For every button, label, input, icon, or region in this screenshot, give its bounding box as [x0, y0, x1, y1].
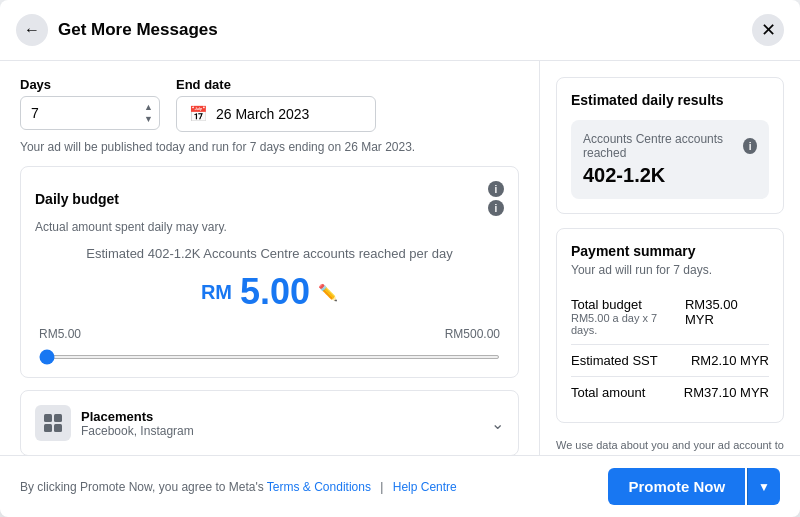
budget-amount: 5.00: [240, 271, 310, 313]
daily-budget-subtitle: Actual amount spent daily may vary.: [35, 220, 504, 234]
estimated-metric-box: Accounts Centre accounts reached i 402-1…: [571, 120, 769, 199]
modal-title: Get More Messages: [58, 20, 752, 40]
days-spinner: ▲ ▼: [141, 102, 156, 125]
slider-min-label: RM5.00: [39, 327, 81, 341]
estimated-results-box: Estimated daily results Accounts Centre …: [556, 77, 784, 214]
disclaimer-text: We use data about you and your ad accoun…: [556, 437, 784, 455]
est-metric-value: 402-1.2K: [583, 164, 757, 187]
ad-note: Your ad will be published today and run …: [20, 140, 519, 154]
total-amount-line: Total amount RM37.10 MYR: [571, 377, 769, 408]
budget-display: RM 5.00 ✏️: [35, 271, 504, 313]
total-budget-line: Total budget RM5.00 a day x 7 days. RM35…: [571, 289, 769, 345]
left-panel: Days ▲ ▼ End date 📅 26 March 2023: [0, 61, 540, 455]
placements-chevron-icon: ⌄: [491, 414, 504, 433]
budget-slider-wrapper: RM5.00 RM500.00: [35, 327, 504, 363]
payment-summary-box: Payment summary Your ad will run for 7 d…: [556, 228, 784, 423]
modal-body: Days ▲ ▼ End date 📅 26 March 2023: [0, 61, 800, 455]
back-icon: ←: [24, 21, 40, 39]
modal-header: ← Get More Messages ✕: [0, 0, 800, 61]
reach-estimate: Estimated 402-1.2K Accounts Centre accou…: [35, 246, 504, 261]
modal-footer: By clicking Promote Now, you agree to Me…: [0, 455, 800, 517]
est-metric-label: Accounts Centre accounts reached: [583, 132, 743, 160]
placements-title: Placements: [81, 409, 194, 424]
dropdown-arrow-icon: ▼: [758, 480, 770, 494]
end-date-label: End date: [176, 77, 376, 92]
footer-text: By clicking Promote Now, you agree to Me…: [20, 480, 457, 494]
est-info-icon[interactable]: i: [743, 138, 757, 154]
est-sst-label: Estimated SST: [571, 353, 658, 368]
back-button[interactable]: ←: [16, 14, 48, 46]
help-centre-link[interactable]: Help Centre: [393, 480, 457, 494]
svg-rect-2: [44, 424, 52, 432]
info-icon-1[interactable]: i: [488, 181, 504, 197]
footer-actions: Promote Now ▼: [608, 468, 780, 505]
payment-summary-subtitle: Your ad will run for 7 days.: [571, 263, 769, 277]
calendar-icon: 📅: [189, 105, 208, 123]
total-budget-sub: RM5.00 a day x 7 days.: [571, 312, 685, 336]
close-button[interactable]: ✕: [752, 14, 784, 46]
days-label: Days: [20, 77, 160, 92]
end-date-value: 26 March 2023: [216, 106, 309, 122]
est-sst-value: RM2.10 MYR: [691, 353, 769, 368]
total-amount-label: Total amount: [571, 385, 645, 400]
edit-budget-icon[interactable]: ✏️: [318, 283, 338, 302]
daily-budget-title: Daily budget: [35, 191, 119, 207]
info-icon-2[interactable]: i: [488, 200, 504, 216]
days-up-button[interactable]: ▲: [141, 102, 156, 113]
close-icon: ✕: [761, 19, 776, 41]
est-sst-line: Estimated SST RM2.10 MYR: [571, 345, 769, 377]
svg-rect-0: [44, 414, 52, 422]
promote-dropdown-button[interactable]: ▼: [747, 468, 780, 505]
budget-currency: RM: [201, 281, 232, 304]
placements-sub: Facebook, Instagram: [81, 424, 194, 438]
total-budget-label: Total budget: [571, 297, 685, 312]
svg-rect-3: [54, 424, 62, 432]
budget-slider[interactable]: [39, 355, 500, 359]
estimated-results-title: Estimated daily results: [571, 92, 769, 108]
promote-now-button[interactable]: Promote Now: [608, 468, 745, 505]
total-budget-value: RM35.00 MYR: [685, 297, 769, 336]
svg-rect-1: [54, 414, 62, 422]
terms-link[interactable]: Terms & Conditions: [267, 480, 371, 494]
modal-container: ← Get More Messages ✕ Days ▲ ▼: [0, 0, 800, 517]
right-panel: Estimated daily results Accounts Centre …: [540, 61, 800, 455]
placements-section[interactable]: Placements Facebook, Instagram ⌄: [20, 390, 519, 455]
daily-budget-section: Daily budget i i Actual amount spent dai…: [20, 166, 519, 378]
slider-max-label: RM500.00: [445, 327, 500, 341]
payment-summary-title: Payment summary: [571, 243, 769, 259]
days-input[interactable]: [20, 96, 160, 130]
days-down-button[interactable]: ▼: [141, 114, 156, 125]
end-date-field[interactable]: 📅 26 March 2023: [176, 96, 376, 132]
total-amount-value: RM37.10 MYR: [684, 385, 769, 400]
placement-icon: [35, 405, 71, 441]
